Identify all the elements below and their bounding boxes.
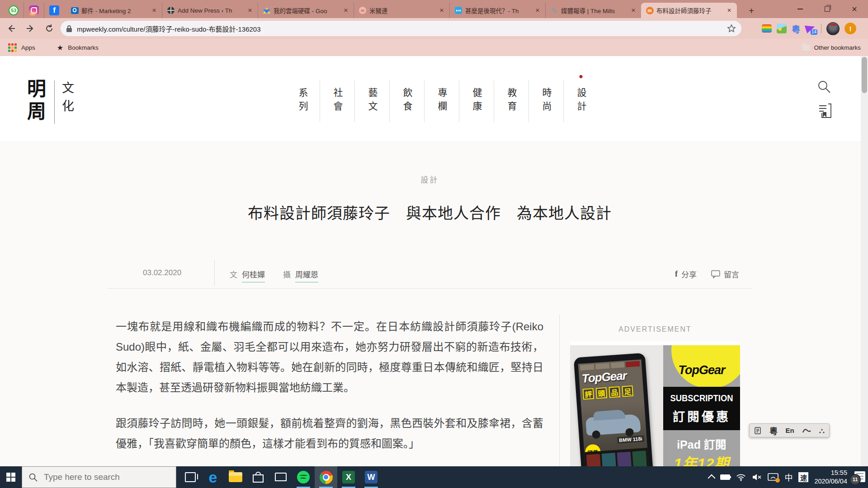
- comment-bubble-icon: [711, 270, 720, 278]
- tab-drive[interactable]: 我的雲端硬碟 - Goo ✕: [258, 3, 354, 18]
- start-button[interactable]: [0, 466, 22, 488]
- ime-toolbar[interactable]: 粵 En: [749, 423, 830, 437]
- author-link[interactable]: 何桂嬋: [242, 268, 265, 282]
- year-offer: 1年12期: [663, 452, 740, 466]
- nav-item-columns[interactable]: 專欄: [425, 80, 459, 122]
- nav-item-food[interactable]: 飲食: [390, 80, 425, 122]
- share-label: 分享: [681, 268, 697, 280]
- nav-item-design-active[interactable]: 設計: [564, 80, 598, 122]
- article-category[interactable]: 設計: [108, 174, 752, 185]
- tab-facebook[interactable]: [44, 3, 64, 18]
- wifi-icon[interactable]: [736, 473, 746, 481]
- microsoft-store-icon[interactable]: [247, 466, 269, 488]
- forward-button[interactable]: [23, 21, 38, 36]
- ime-options-icon[interactable]: [819, 427, 825, 434]
- windows-logo-icon: [6, 473, 15, 482]
- notebook-icon[interactable]: [754, 427, 762, 435]
- volume-muted-icon[interactable]: [752, 473, 762, 481]
- word-icon[interactable]: [360, 466, 382, 488]
- tab-active-article[interactable]: 布料設計師須藤玲子 ✕: [641, 3, 737, 18]
- tablet-mockup: TopGear 評 頭 品 足 BMW 118i 拜見: [574, 353, 655, 466]
- restore-button[interactable]: [814, 0, 841, 18]
- address-bar[interactable]: mpweekly.com/culture/須藤玲子-reiko-sudo-布藝設…: [61, 21, 741, 36]
- topgear-ad[interactable]: TopGear 評 頭 品 足 BMW 118i 拜見: [570, 342, 740, 466]
- back-button[interactable]: [4, 21, 19, 36]
- photographer-link[interactable]: 周耀恩: [295, 268, 318, 282]
- profile-avatar[interactable]: [826, 22, 840, 35]
- page-scrollbar[interactable]: [861, 56, 868, 466]
- site-logo[interactable]: 明周 文化: [27, 79, 74, 124]
- ime-english-button[interactable]: En: [785, 427, 794, 434]
- tab-close-icon[interactable]: ✕: [533, 6, 542, 14]
- tab-close-icon[interactable]: ✕: [629, 6, 637, 14]
- nav-item-health[interactable]: 健康: [459, 80, 494, 122]
- task-view-button[interactable]: [179, 466, 202, 488]
- taskbar-clock[interactable]: 15:55 2020/06/04: [814, 469, 847, 486]
- minimize-button[interactable]: [787, 0, 814, 18]
- apps-label[interactable]: Apps: [21, 44, 35, 51]
- bookmark-star-icon[interactable]: [727, 24, 736, 33]
- share-button[interactable]: f 分享: [675, 268, 697, 280]
- action-center-button[interactable]: 11: [853, 471, 865, 483]
- cover-model-label: BMW 118i: [617, 435, 644, 443]
- cover-logo: TopGear: [581, 369, 627, 386]
- ime-cantonese-button[interactable]: 粵: [769, 425, 778, 436]
- cast-icon[interactable]: [768, 473, 778, 482]
- other-bookmarks[interactable]: Other bookmarks: [802, 44, 861, 51]
- active-nav-dot: [580, 75, 583, 78]
- cantonese-extension-icon[interactable]: 粵: [792, 23, 800, 35]
- mpweekly-icon: [646, 6, 654, 14]
- nav-item-fashion[interactable]: 時尚: [529, 80, 564, 122]
- search-input[interactable]: [43, 472, 162, 483]
- url-text: mpweekly.com/culture/須藤玲子-reiko-sudo-布藝設…: [77, 24, 727, 33]
- scene-extension-icon[interactable]: [777, 23, 787, 33]
- spotify-icon[interactable]: [292, 466, 315, 488]
- excel-icon[interactable]: [337, 466, 360, 488]
- tab-title: 甚麼是後現代？- Th: [465, 6, 531, 15]
- tab-close-icon[interactable]: ✕: [725, 6, 733, 14]
- site-header: 明周 文化 系列 社會 藝文 飲食 專欄 健康 教育 時尚 設計: [0, 56, 868, 141]
- new-tab-button[interactable]: +: [745, 5, 758, 17]
- tab-postmodern[interactable]: 甚麼是後現代？- Th ✕: [449, 3, 545, 18]
- reload-button[interactable]: [42, 21, 57, 36]
- mail-icon[interactable]: [269, 466, 292, 488]
- nav-item-society[interactable]: 社會: [320, 80, 355, 122]
- chrome-update-menu-icon[interactable]: [844, 23, 856, 34]
- chrome-icon[interactable]: [315, 466, 337, 488]
- handwriting-icon[interactable]: [802, 427, 811, 435]
- nav-item-arts[interactable]: 藝文: [355, 80, 390, 122]
- apps-grid-icon[interactable]: [8, 43, 17, 52]
- nav-item-series[interactable]: 系列: [285, 80, 320, 122]
- paper-plane-extension-icon[interactable]: 14: [805, 23, 816, 34]
- tab-instagram[interactable]: [24, 3, 44, 18]
- battery-icon[interactable]: [720, 474, 730, 480]
- hidden-icons-chevron[interactable]: [708, 474, 716, 482]
- ime-language-indicator[interactable]: 中: [784, 471, 793, 483]
- bookmarks-label[interactable]: Bookmarks: [68, 44, 99, 51]
- taskbar-search[interactable]: [22, 466, 176, 488]
- tab-close-icon[interactable]: ✕: [438, 6, 446, 14]
- tab-mail[interactable]: 郵件 - Marketing 2 ✕: [66, 3, 162, 18]
- tab-the-mills[interactable]: 媒體報導 | The Mills ✕: [545, 3, 641, 18]
- folder-icon: [802, 45, 810, 51]
- tv-extension-icon[interactable]: [762, 24, 772, 33]
- scrollbar-thumb[interactable]: [862, 57, 867, 93]
- subscribe-list-icon[interactable]: [817, 103, 832, 118]
- tab-close-icon[interactable]: ✕: [150, 6, 158, 14]
- tab-add-new-press[interactable]: Add New Press ‹ Th ✕: [162, 3, 258, 18]
- tab-close-icon[interactable]: ✕: [342, 6, 350, 14]
- comment-button[interactable]: 留言: [711, 268, 739, 280]
- tab-close-icon[interactable]: ✕: [246, 6, 254, 14]
- pig-icon: [359, 6, 367, 14]
- site-search-icon[interactable]: [816, 80, 832, 95]
- meta-rule: [108, 288, 752, 289]
- pinned-tabs: 53: [4, 3, 64, 18]
- nav-item-education[interactable]: 教育: [494, 80, 529, 122]
- tab-mi-zhu-lian[interactable]: 米豬連 ✕: [354, 3, 449, 18]
- ime-mode-indicator[interactable]: 速: [798, 472, 808, 482]
- tab-whatsapp[interactable]: 53: [4, 3, 24, 18]
- edge-icon[interactable]: e: [202, 466, 224, 488]
- extension-badge: 14: [811, 29, 817, 35]
- close-button[interactable]: ✕: [841, 0, 868, 18]
- file-explorer-icon[interactable]: [224, 466, 247, 488]
